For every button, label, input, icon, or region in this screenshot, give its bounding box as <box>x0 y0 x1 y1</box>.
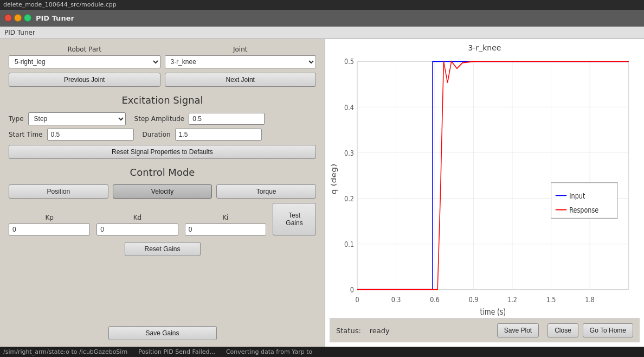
terminal-bottom: /sim/right_arm/state:o to /icubGazeboSim… <box>0 347 644 357</box>
status-value: ready <box>370 327 390 335</box>
type-select[interactable]: Step <box>28 112 126 125</box>
svg-text:q (deg): q (deg) <box>330 164 338 195</box>
minimize-window-btn[interactable] <box>14 14 22 22</box>
maximize-window-btn[interactable] <box>24 14 31 22</box>
outer-terminal-text: delete_mode_100644_src/module.cpp <box>3 1 117 8</box>
excitation-signal-title: Excitation Signal <box>9 94 316 106</box>
type-row: Type Step Step Amplitude <box>9 112 316 125</box>
ki-label: Ki <box>185 214 266 221</box>
window-controls <box>4 14 31 22</box>
svg-text:0.5: 0.5 <box>344 57 354 66</box>
step-amplitude-label: Step Amplitude <box>134 115 185 123</box>
window-title: PID Tuner <box>36 14 74 22</box>
duration-label: Duration <box>143 131 171 138</box>
menu-label: PID Tuner <box>4 29 35 36</box>
svg-text:time (s): time (s) <box>480 307 506 316</box>
svg-text:0.9: 0.9 <box>469 295 479 304</box>
torque-button[interactable]: Torque <box>216 184 316 199</box>
gains-row: Kp Kd Ki Test Gains <box>9 203 316 235</box>
kd-input[interactable] <box>96 224 178 235</box>
start-duration-row: Start Time Duration <box>9 129 316 141</box>
reset-signal-button[interactable]: Reset Signal Properties to Defaults <box>9 145 316 159</box>
type-label: Type <box>9 115 24 123</box>
kp-group: Kp <box>9 214 90 235</box>
svg-text:1.2: 1.2 <box>507 295 517 304</box>
svg-text:0: 0 <box>350 285 354 295</box>
duration-input[interactable] <box>175 129 262 141</box>
step-amplitude-input[interactable] <box>189 113 265 125</box>
svg-text:1.5: 1.5 <box>546 295 556 304</box>
start-time-label: Start Time <box>9 131 43 138</box>
joint-select[interactable]: 3-r_knee <box>165 55 317 68</box>
outer-terminal-bar: delete_mode_100644_src/module.cpp <box>0 0 644 10</box>
close-button[interactable]: Close <box>548 323 578 337</box>
terminal-left: /sim/right_arm/state:o to /icubGazeboSim <box>3 348 127 355</box>
joint-group: Joint 3-r_knee <box>165 46 317 68</box>
svg-text:1.8: 1.8 <box>585 295 595 304</box>
control-mode-row: Position Velocity Torque <box>9 184 316 199</box>
reset-gains-button[interactable]: Reset Gains <box>125 242 201 256</box>
svg-text:0: 0 <box>355 295 359 304</box>
svg-text:Input: Input <box>569 191 585 200</box>
test-gains-button[interactable]: Test Gains <box>273 203 316 235</box>
kd-label: Kd <box>96 214 178 221</box>
main-content: Robot Part 5-right_leg Joint 3-r_knee Pr… <box>0 39 644 346</box>
kp-label: Kp <box>9 214 90 221</box>
chart-area: 0.5 0.4 0.3 0.2 0.1 0 0 0.3 0.6 0.9 1.2 … <box>330 54 640 318</box>
ki-group: Ki <box>185 214 266 235</box>
ki-input[interactable] <box>185 224 266 235</box>
svg-text:Response: Response <box>569 206 598 215</box>
right-panel: 3-r_knee <box>325 39 644 346</box>
prev-joint-button[interactable]: Previous Joint <box>9 73 160 87</box>
home-buttons: Close Go To Home <box>548 323 633 337</box>
next-joint-button[interactable]: Next Joint <box>165 73 317 87</box>
title-bar: PID Tuner <box>0 10 644 27</box>
save-gains-button[interactable]: Save Gains <box>108 326 217 340</box>
svg-text:0.2: 0.2 <box>344 194 354 203</box>
kd-group: Kd <box>96 214 178 235</box>
excitation-grid: Type Step Step Amplitude Start Time Dura… <box>9 112 316 141</box>
status-label: Status: <box>336 327 361 335</box>
chart-svg: 0.5 0.4 0.3 0.2 0.1 0 0 0.3 0.6 0.9 1.2 … <box>330 54 640 318</box>
save-plot-button[interactable]: Save Plot <box>497 323 539 337</box>
svg-text:0.1: 0.1 <box>344 240 354 249</box>
start-time-input[interactable] <box>47 129 134 141</box>
close-window-btn[interactable] <box>4 14 12 22</box>
joint-label: Joint <box>165 46 317 53</box>
go-home-button[interactable]: Go To Home <box>583 323 633 337</box>
menu-bar: PID Tuner <box>0 27 644 39</box>
position-button[interactable]: Position <box>9 184 108 199</box>
robot-joint-row: Robot Part 5-right_leg Joint 3-r_knee <box>9 46 316 68</box>
prev-next-row: Previous Joint Next Joint <box>9 73 316 87</box>
chart-title: 3-r_knee <box>330 43 640 52</box>
svg-text:0.4: 0.4 <box>344 103 354 112</box>
bottom-row: Save Gains <box>9 326 316 340</box>
robot-part-group: Robot Part 5-right_leg <box>9 46 160 68</box>
terminal-right: Converting data from Yarp to <box>226 348 312 355</box>
svg-text:0.3: 0.3 <box>391 295 401 304</box>
velocity-button[interactable]: Velocity <box>113 184 212 199</box>
status-bar: Status: ready Save Plot Close Go To Home <box>330 318 640 342</box>
left-panel: Robot Part 5-right_leg Joint 3-r_knee Pr… <box>0 39 325 346</box>
control-mode-title: Control Mode <box>9 167 316 178</box>
svg-text:0.6: 0.6 <box>430 295 440 304</box>
robot-part-select[interactable]: 5-right_leg <box>9 55 160 68</box>
kp-input[interactable] <box>9 224 90 235</box>
svg-text:0.3: 0.3 <box>344 148 354 157</box>
status-buttons: Save Plot <box>497 323 539 337</box>
robot-part-label: Robot Part <box>9 46 160 53</box>
terminal-middle: Position PID Send Failed... <box>138 348 215 355</box>
svg-rect-0 <box>357 61 629 290</box>
